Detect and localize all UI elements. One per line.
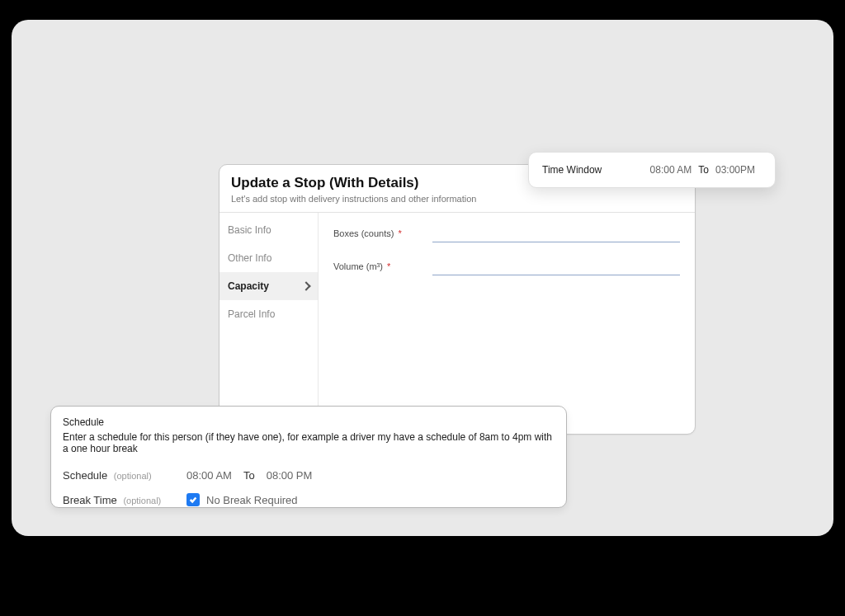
schedule-row: Schedule (optional) 08:00 AM To 08:00 PM (63, 469, 555, 482)
schedule-description: Enter a schedule for this person (if the… (63, 431, 555, 454)
time-window-to[interactable]: 03:00PM (715, 164, 755, 176)
check-icon (189, 496, 197, 504)
schedule-to[interactable]: 08:00 PM (267, 469, 313, 482)
boxes-input[interactable] (432, 224, 680, 242)
dialog-subtitle: Let's add stop with delivery instruction… (231, 194, 683, 204)
tab-capacity[interactable]: Capacity (220, 272, 318, 300)
time-window-card: Time Window 08:00 AM To 03:00PM (528, 152, 776, 188)
schedule-card: Schedule Enter a schedule for this perso… (50, 406, 567, 508)
schedule-from[interactable]: 08:00 AM (186, 469, 232, 482)
time-window-to-label: To (698, 164, 709, 176)
tab-label: Parcel Info (228, 308, 275, 320)
field-boxes: Boxes (counts) * (333, 224, 680, 242)
dialog-content: Boxes (counts) * Volume (m³) * (319, 213, 695, 435)
no-break-checkbox[interactable] (186, 493, 200, 506)
tab-basic-info[interactable]: Basic Info (220, 216, 318, 244)
time-window-from[interactable]: 08:00 AM (650, 164, 692, 176)
tab-label: Other Info (228, 252, 271, 264)
optional-label: (optional) (123, 496, 161, 505)
tab-label: Basic Info (228, 224, 271, 236)
dialog-sidebar: Basic Info Other Info Capacity Parcel In… (220, 213, 319, 435)
app-canvas: Update a Stop (With Details) Let's add s… (12, 20, 833, 536)
time-window-label: Time Window (542, 164, 602, 176)
schedule-to-label: To (243, 469, 255, 482)
tab-label: Capacity (228, 280, 269, 292)
field-label-boxes: Boxes (counts) * (333, 228, 432, 238)
chevron-right-icon (301, 281, 310, 290)
volume-input[interactable] (432, 257, 680, 275)
optional-label: (optional) (114, 471, 152, 481)
field-label-volume: Volume (m³) * (333, 261, 432, 271)
tab-other-info[interactable]: Other Info (220, 244, 318, 272)
schedule-title: Schedule (63, 416, 555, 428)
tab-parcel-info[interactable]: Parcel Info (220, 300, 318, 328)
update-stop-dialog: Update a Stop (With Details) Let's add s… (219, 164, 696, 435)
field-volume: Volume (m³) * (333, 257, 680, 275)
break-row: Break Time (optional) No Break Required (63, 493, 555, 506)
required-marker: * (387, 261, 390, 271)
required-marker: * (398, 228, 401, 238)
no-break-label: No Break Required (206, 494, 298, 506)
schedule-label: Schedule (optional) (63, 469, 186, 482)
break-label: Break Time (optional) (63, 494, 186, 506)
